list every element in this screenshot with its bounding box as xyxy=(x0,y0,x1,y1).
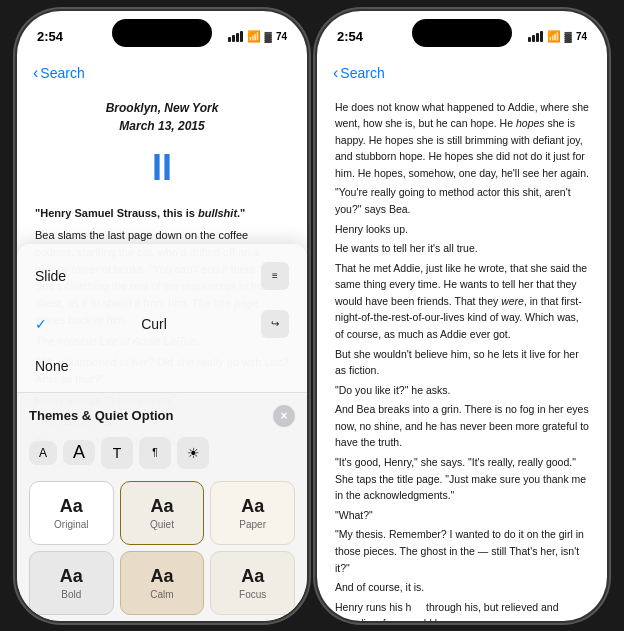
book-content-right: He does not know what happened to Addie,… xyxy=(317,91,607,621)
nav-bar-right: ‹ Search xyxy=(317,55,607,91)
signal-icon-right xyxy=(528,31,543,42)
back-button-right[interactable]: ‹ Search xyxy=(333,64,385,82)
theme-grid: Aa Original Aa Quiet Aa Paper Aa Bold xyxy=(29,475,295,621)
font-increase-button[interactable]: A xyxy=(63,440,95,465)
font-decrease-button[interactable]: A xyxy=(29,441,57,465)
signal-icon xyxy=(228,31,243,42)
brightness-button[interactable]: ☀ xyxy=(177,437,209,469)
time-left: 2:54 xyxy=(37,29,63,44)
status-icons-right: 📶 ▓ 74 xyxy=(528,30,587,43)
theme-paper[interactable]: Aa Paper xyxy=(210,481,295,545)
curl-icon: ↪ xyxy=(261,310,289,338)
menu-item-curl[interactable]: ✓ Curl ↪ xyxy=(17,300,307,348)
close-button[interactable]: × xyxy=(273,405,295,427)
theme-calm[interactable]: Aa Calm xyxy=(120,551,205,615)
theme-original[interactable]: Aa Original xyxy=(29,481,114,545)
chevron-right-icon: ‹ xyxy=(333,64,338,82)
close-icon: × xyxy=(280,409,287,423)
theme-bold[interactable]: Aa Bold xyxy=(29,551,114,615)
theme-quiet[interactable]: Aa Quiet xyxy=(120,481,205,545)
themes-header: Themes & Quiet Option × xyxy=(29,401,295,431)
slide-menu: Slide ≡ ✓ Curl ↪ None xyxy=(17,244,307,392)
themes-label: Themes & Quiet Option xyxy=(29,408,173,423)
battery-level-left: 74 xyxy=(276,31,287,42)
overlay-panel: Slide ≡ ✓ Curl ↪ None Themes & Quiet Opt… xyxy=(17,244,307,621)
font-spacing-button[interactable]: ¶ xyxy=(139,437,171,469)
slide-icon: ≡ xyxy=(261,262,289,290)
nav-bar-left: ‹ Search xyxy=(17,55,307,91)
book-city: Brooklyn, New YorkMarch 13, 2015 xyxy=(35,99,289,136)
chevron-left-icon: ‹ xyxy=(33,64,38,82)
battery-icon-left: ▓ xyxy=(265,31,272,42)
right-phone: 2:54 📶 ▓ 74 ‹ Search He does not xyxy=(317,11,607,621)
menu-item-slide[interactable]: Slide ≡ xyxy=(17,252,307,300)
font-controls: A A T ¶ ☀ xyxy=(29,431,295,475)
back-label-right: Search xyxy=(340,65,384,81)
battery-level-right: 74 xyxy=(576,31,587,42)
back-button-left[interactable]: ‹ Search xyxy=(33,64,85,82)
dynamic-island xyxy=(112,19,212,47)
phones-container: 2:54 📶 ▓ 74 ‹ Search Bro xyxy=(7,1,617,631)
theme-focus[interactable]: Aa Focus xyxy=(210,551,295,615)
wifi-icon: 📶 xyxy=(247,30,261,43)
status-icons-left: 📶 ▓ 74 xyxy=(228,30,287,43)
battery-icon-right: ▓ xyxy=(565,31,572,42)
menu-item-none[interactable]: None xyxy=(17,348,307,384)
book-title-area: Brooklyn, New YorkMarch 13, 2015 II xyxy=(35,99,289,196)
font-style-button[interactable]: T xyxy=(101,437,133,469)
chapter-number: II xyxy=(35,140,289,196)
dynamic-island-right xyxy=(412,19,512,47)
left-phone: 2:54 📶 ▓ 74 ‹ Search Bro xyxy=(17,11,307,621)
themes-section: Themes & Quiet Option × A A T ¶ ☀ Aa xyxy=(17,392,307,621)
check-icon: ✓ xyxy=(35,316,47,332)
back-label-left: Search xyxy=(40,65,84,81)
wifi-icon-right: 📶 xyxy=(547,30,561,43)
time-right: 2:54 xyxy=(337,29,363,44)
